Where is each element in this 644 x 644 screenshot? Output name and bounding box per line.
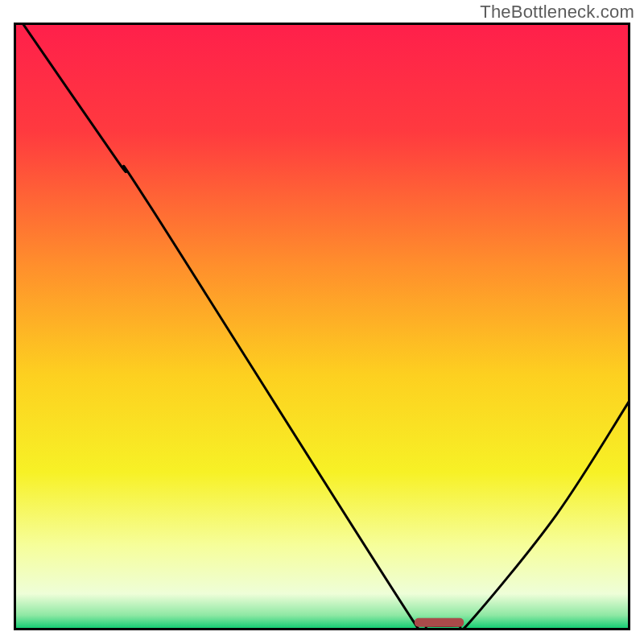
chart-svg	[14, 23, 630, 630]
optimal-marker	[415, 618, 464, 627]
plot-area	[14, 23, 630, 630]
watermark-text: TheBottleneck.com	[480, 2, 634, 23]
chart-container: TheBottleneck.com	[0, 0, 644, 644]
